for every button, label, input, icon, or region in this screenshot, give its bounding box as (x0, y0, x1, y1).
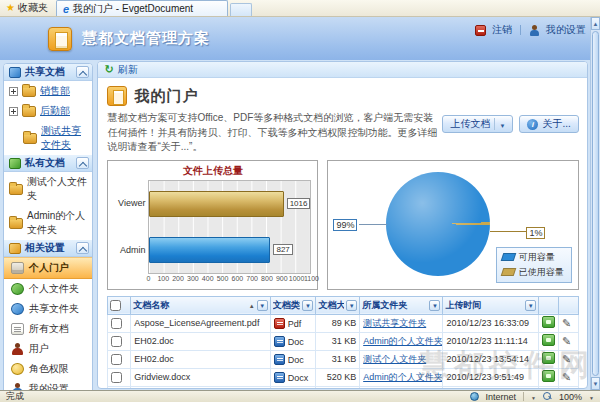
status-bar: 完成 Internet 100% (0, 390, 600, 402)
scroll-up-button[interactable] (591, 17, 600, 30)
edit-icon[interactable] (562, 371, 571, 383)
documents-table: 文档名称 文档类型 文档大小 所属文件夹 上传时间 Aspose_License… (107, 296, 578, 390)
upload-document-button[interactable]: 上传文档 (442, 115, 513, 133)
sidebar-item-users[interactable]: 用户 (4, 339, 92, 359)
preview-icon[interactable] (542, 388, 555, 389)
vertical-scrollbar[interactable] (590, 17, 600, 390)
row-checkbox[interactable] (111, 354, 122, 365)
filter-dropdown-icon[interactable] (346, 300, 357, 311)
bar-label: Admin (114, 227, 148, 274)
portal-description: 慧都文档方案可支持Office、PDF等多种格式文档的浏览，客户端无需安装任何插… (107, 111, 442, 155)
x-tick-label: 600 (231, 275, 243, 282)
chevron-down-icon[interactable] (499, 119, 505, 130)
browser-tab-active[interactable]: 我的门户 - EvgetDocument (56, 0, 228, 16)
x-tick-label: 300 (187, 275, 199, 282)
shared-docs-tree: 销售部 后勤部 测试共享文件夹 (4, 81, 92, 155)
logout-icon (475, 25, 486, 36)
document-name: EH02.doc (131, 332, 270, 350)
intro-row: 慧都文档方案可支持Office、PDF等多种格式文档的浏览，客户端无需安装任何插… (107, 111, 578, 155)
table-row[interactable]: EH02.docDoc31 KBAdmin的个人文件夹2010/12/23 11… (108, 332, 578, 350)
expand-icon[interactable] (9, 87, 18, 96)
filter-dropdown-icon[interactable] (525, 300, 536, 311)
edit-icon[interactable] (562, 389, 571, 390)
sidebar-item-all-documents[interactable]: 所有文档 (4, 319, 92, 339)
refresh-toolbar: 刷新 (98, 62, 586, 78)
my-settings-link[interactable]: 我的设置 (546, 23, 586, 37)
bar-chart-plot: 1016827 (148, 180, 311, 274)
favorites-button[interactable]: 收藏夹 (0, 0, 56, 16)
logout-link[interactable]: 注销 (492, 23, 512, 37)
row-checkbox[interactable] (111, 318, 122, 329)
table-row[interactable]: Gridview.docxDocx520 KBAdmin的个人文件夹2010/1… (108, 368, 578, 386)
portal-icon (107, 86, 127, 106)
folder-link[interactable]: 测试共享文件夹 (363, 318, 426, 328)
filter-dropdown-icon[interactable] (302, 300, 313, 311)
sidebar-item-label: 个人门户 (29, 261, 69, 275)
pie-callout-line (490, 231, 526, 232)
sidebar-item-personal-portal[interactable]: 个人门户 (4, 257, 92, 279)
select-all-checkbox[interactable] (110, 300, 121, 311)
about-button-label: 关于... (542, 117, 570, 131)
about-button[interactable]: 关于... (519, 115, 578, 133)
folder-link[interactable]: 后勤部 (40, 104, 70, 118)
section-header-private-docs[interactable]: 私有文档 (4, 155, 92, 172)
folder-link[interactable]: 测试个人文件夹 (363, 354, 426, 364)
edit-icon[interactable] (562, 317, 571, 329)
folder-label[interactable]: Admin的个人文件夹 (27, 209, 90, 237)
settings-menu: 个人门户 个人文件夹 共享文件夹 所有文档 (4, 257, 92, 399)
tree-item[interactable]: 后勤部 (4, 101, 92, 121)
edit-icon[interactable] (562, 353, 571, 365)
filter-dropdown-icon[interactable] (257, 300, 268, 311)
table-row[interactable]: Aspose_LicenseAgreement.pdfPdf89 KB测试共享文… (108, 314, 578, 332)
table-row[interactable]: omr.docxDocx12 KB测试共享文件夹2010/12/22 17:23… (108, 386, 578, 389)
preview-icon[interactable] (542, 316, 555, 328)
filter-dropdown-icon[interactable] (429, 300, 440, 311)
preview-icon[interactable] (542, 334, 555, 346)
collapse-button[interactable] (76, 157, 89, 169)
column-header-name[interactable]: 文档名称 (133, 299, 246, 312)
expand-icon[interactable] (9, 107, 18, 116)
legend-item: 已使用容量 (502, 266, 564, 279)
scroll-down-button[interactable] (591, 377, 600, 390)
row-checkbox[interactable] (111, 336, 122, 347)
folder-link[interactable]: Admin的个人文件夹 (363, 336, 443, 346)
upload-time: 2010/12/22 17:23:07 (443, 386, 539, 389)
chevron-down-icon[interactable] (531, 392, 536, 402)
collapse-button[interactable] (76, 242, 89, 254)
column-header-type[interactable]: 文档类型 (273, 299, 301, 312)
folder-link[interactable]: 销售部 (40, 84, 70, 98)
column-header-size[interactable]: 文档大小 (318, 299, 344, 312)
tree-item[interactable]: Admin的个人文件夹 (4, 206, 92, 240)
pdf-file-icon (274, 318, 285, 329)
column-header-time[interactable]: 上传时间 (445, 299, 523, 312)
tree-item[interactable]: 销售部 (4, 81, 92, 101)
row-checkbox[interactable] (111, 372, 122, 383)
folder-link[interactable]: Admin的个人文件夹 (363, 372, 443, 382)
folder-label[interactable]: 测试个人文件夹 (27, 175, 90, 203)
doc-file-icon (274, 336, 285, 347)
preview-icon[interactable] (542, 352, 555, 364)
preview-icon[interactable] (542, 370, 555, 382)
scrollbar-thumb[interactable] (592, 31, 599, 376)
tree-item[interactable]: 测试个人文件夹 (4, 172, 92, 206)
x-tick-label: 900 (276, 275, 288, 282)
section-header-shared-docs[interactable]: 共享文档 (4, 64, 92, 81)
upload-time: 2010/12/23 13:54:14 (443, 350, 539, 368)
header-links: 注销 我的设置 (475, 23, 586, 37)
tree-item[interactable]: 测试共享文件夹 (4, 121, 92, 155)
table-row[interactable]: EH02.docDoc31 KB测试个人文件夹2010/12/23 13:54:… (108, 350, 578, 368)
section-title: 共享文档 (25, 65, 72, 79)
sidebar-item-shared-folder[interactable]: 共享文件夹 (4, 299, 92, 319)
sidebar-item-role-permissions[interactable]: 角色权限 (4, 359, 92, 379)
refresh-button[interactable]: 刷新 (118, 63, 138, 77)
private-docs-tree: 测试个人文件夹 Admin的个人文件夹 (4, 172, 92, 240)
document-type: Doc (288, 337, 304, 347)
new-tab-stub[interactable] (230, 3, 252, 16)
column-header-folder[interactable]: 所属文件夹 (362, 299, 427, 312)
folder-link[interactable]: 测试共享文件夹 (41, 124, 90, 152)
sidebar-item-personal-folder[interactable]: 个人文件夹 (4, 279, 92, 299)
edit-icon[interactable] (562, 335, 571, 347)
collapse-button[interactable] (76, 66, 89, 78)
section-header-settings[interactable]: 相关设置 (4, 240, 92, 257)
chevron-down-icon[interactable] (589, 392, 594, 402)
